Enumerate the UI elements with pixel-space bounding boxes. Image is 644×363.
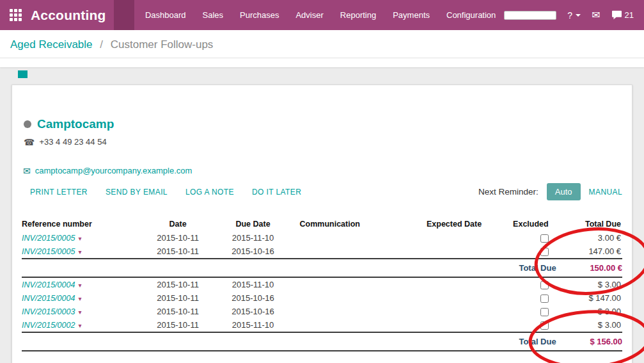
help-menu-button[interactable]: ? bbox=[567, 10, 581, 20]
apps-grid-icon[interactable] bbox=[10, 9, 22, 21]
invoice-date: 2015-10-11 bbox=[142, 245, 214, 259]
menu-item-adviser[interactable]: Adviser bbox=[287, 0, 331, 30]
invoice-date: 2015-10-11 bbox=[142, 305, 214, 318]
invoice-due-date: 2015-10-16 bbox=[214, 305, 292, 318]
total-due-value: $ 156.00 bbox=[556, 332, 622, 351]
topbar-right-cluster: ? ✉ 21 bbox=[504, 10, 644, 20]
invoice-total-due: $ 3.00 bbox=[556, 305, 622, 318]
email-icon: ✉ bbox=[23, 166, 31, 175]
customer-email-link[interactable]: camptocamp@yourcompany.example.com bbox=[35, 166, 192, 175]
chevron-down-icon[interactable]: ▾ bbox=[78, 309, 81, 316]
breadcrumb: Aged Receivable / Customer Follow-ups bbox=[0, 30, 644, 58]
column-header-excluded: Excluded bbox=[496, 217, 556, 231]
invoice-due-date: 2015-10-16 bbox=[214, 245, 292, 259]
action-links: PRINT LETTER SEND BY EMAIL LOG A NOTE DO… bbox=[30, 188, 301, 197]
menu-item-sales[interactable]: Sales bbox=[194, 0, 232, 30]
invoice-due-date: 2015-11-10 bbox=[214, 277, 292, 291]
toolbar-strip bbox=[0, 58, 644, 67]
app-name: Accounting bbox=[31, 8, 106, 23]
invoice-row: INV/2015/0005▾2015-10-112015-11-103.00 € bbox=[22, 231, 622, 245]
menu-item-payments[interactable]: Payments bbox=[384, 0, 438, 30]
phone-icon: ☎ bbox=[24, 138, 35, 147]
panel-indicator bbox=[18, 70, 27, 78]
invoice-total-due: 3.00 € bbox=[556, 231, 622, 245]
invoice-row: INV/2015/0005▾2015-10-112015-10-16147.00… bbox=[22, 245, 622, 259]
menu-item-dashboard[interactable]: Dashboard bbox=[137, 0, 194, 30]
invoice-row: INV/2015/0004▾2015-10-112015-10-16$ 147.… bbox=[22, 291, 622, 305]
menu-item-purchases[interactable]: Purchases bbox=[232, 0, 287, 30]
invoice-total-due: $ 147.00 bbox=[556, 291, 622, 305]
chevron-down-icon bbox=[576, 14, 581, 17]
invoice-date: 2015-10-11 bbox=[142, 318, 214, 332]
invoice-communication bbox=[292, 305, 412, 318]
excluded-checkbox[interactable] bbox=[540, 234, 549, 243]
invoice-date: 2015-10-11 bbox=[142, 231, 214, 245]
breadcrumb-separator: / bbox=[100, 38, 103, 51]
chevron-down-icon[interactable]: ▾ bbox=[78, 322, 81, 329]
invoice-due-date: 2015-10-16 bbox=[214, 291, 292, 305]
invoice-expected-date bbox=[412, 318, 496, 332]
column-header-total-due: Total Due bbox=[556, 217, 622, 231]
customer-header: Camptocamp bbox=[22, 117, 622, 131]
breadcrumb-parent-link[interactable]: Aged Receivable bbox=[10, 38, 93, 51]
invoice-reference-link[interactable]: INV/2015/0004 bbox=[22, 280, 75, 289]
excluded-checkbox[interactable] bbox=[540, 308, 549, 316]
table-body: INV/2015/0005▾2015-10-112015-11-103.00 €… bbox=[22, 231, 622, 351]
send-by-email-button[interactable]: SEND BY EMAIL bbox=[106, 188, 168, 197]
invoice-expected-date bbox=[412, 291, 496, 305]
column-header-reference-number: Reference number bbox=[22, 217, 142, 231]
topbar-search-input[interactable] bbox=[504, 11, 556, 20]
total-due-label: Total Due bbox=[22, 332, 556, 351]
invoice-reference-link[interactable]: INV/2015/0003 bbox=[22, 307, 75, 316]
invoice-due-date: 2015-11-10 bbox=[214, 231, 292, 245]
breadcrumb-current: Customer Follow-ups bbox=[111, 38, 214, 51]
customer-phone: +33 4 49 23 44 54 bbox=[39, 137, 106, 147]
invoice-expected-date bbox=[412, 305, 496, 318]
invoice-communication bbox=[292, 291, 412, 305]
chevron-down-icon[interactable]: ▾ bbox=[78, 248, 81, 255]
followup-actions-row: PRINT LETTER SEND BY EMAIL LOG A NOTE DO… bbox=[22, 183, 622, 200]
invoice-expected-date bbox=[412, 245, 496, 259]
group-total-row: Total Due$ 156.00 bbox=[22, 332, 622, 351]
table-header-row: Reference numberDateDue DateCommunicatio… bbox=[22, 217, 622, 231]
invoice-reference-link[interactable]: INV/2015/0005 bbox=[22, 247, 75, 256]
excluded-checkbox[interactable] bbox=[540, 294, 549, 303]
excluded-checkbox[interactable] bbox=[540, 248, 549, 256]
followup-card: Camptocamp ☎ +33 4 49 23 44 54 ✉ camptoc… bbox=[12, 85, 632, 363]
topbar-separator bbox=[114, 0, 134, 30]
do-it-later-button[interactable]: DO IT LATER bbox=[252, 188, 301, 197]
invoice-total-due: 147.00 € bbox=[556, 245, 622, 259]
content-area: Camptocamp ☎ +33 4 49 23 44 54 ✉ camptoc… bbox=[0, 70, 644, 363]
invoice-reference-link[interactable]: INV/2015/0004 bbox=[22, 294, 75, 303]
column-header-due-date: Due Date bbox=[214, 217, 292, 231]
excluded-checkbox[interactable] bbox=[540, 321, 549, 330]
messages-envelope-icon[interactable]: ✉ bbox=[592, 10, 600, 20]
invoice-total-due: $ 3.00 bbox=[556, 277, 622, 291]
log-a-note-button[interactable]: LOG A NOTE bbox=[185, 188, 234, 197]
manual-reminder-button[interactable]: MANUAL bbox=[589, 188, 622, 197]
topbar-menu: DashboardSalesPurchasesAdviserReportingP… bbox=[137, 0, 504, 30]
speech-bubble-icon bbox=[611, 10, 622, 20]
invoice-reference-link[interactable]: INV/2015/0002 bbox=[22, 321, 75, 330]
auto-reminder-button[interactable]: Auto bbox=[547, 183, 581, 200]
invoice-reference-link[interactable]: INV/2015/0005 bbox=[22, 234, 75, 243]
excluded-checkbox[interactable] bbox=[540, 281, 549, 289]
print-letter-button[interactable]: PRINT LETTER bbox=[30, 188, 88, 197]
invoice-communication bbox=[292, 231, 412, 245]
invoice-communication bbox=[292, 318, 412, 332]
invoice-row: INV/2015/0003▾2015-10-112015-10-16$ 3.00 bbox=[22, 305, 622, 318]
column-header-communication: Communication bbox=[292, 217, 412, 231]
menu-item-configuration[interactable]: Configuration bbox=[438, 0, 504, 30]
chevron-down-icon[interactable]: ▾ bbox=[78, 235, 81, 242]
invoice-date: 2015-10-11 bbox=[142, 291, 214, 305]
menu-item-reporting[interactable]: Reporting bbox=[332, 0, 384, 30]
customer-bullet-icon bbox=[24, 120, 31, 128]
chevron-down-icon[interactable]: ▾ bbox=[78, 295, 81, 302]
message-count-badge: 21 bbox=[625, 10, 634, 20]
invoice-date: 2015-10-11 bbox=[142, 277, 214, 291]
column-header-expected-date: Expected Date bbox=[412, 217, 496, 231]
next-reminder-cluster: Next Reminder: Auto MANUAL bbox=[478, 183, 622, 200]
chevron-down-icon[interactable]: ▾ bbox=[78, 282, 81, 289]
invoice-communication bbox=[292, 277, 412, 291]
discuss-button[interactable]: 21 bbox=[611, 10, 634, 20]
